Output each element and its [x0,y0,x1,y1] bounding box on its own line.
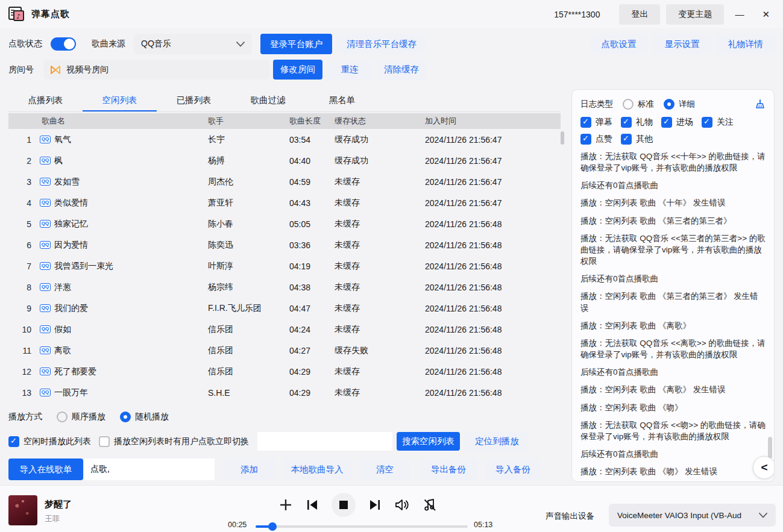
gift-details-button[interactable]: 礼物详情 [716,34,775,54]
idle-play-checkbox[interactable] [8,436,19,447]
table-row[interactable]: 13QQ一眼万年S.H.E04:29未缓存2024/11/26 21:56:48 [8,382,561,403]
row-index: 7 [8,261,33,271]
export-backup-button[interactable]: 导出备份 [419,458,478,480]
table-row[interactable]: 12QQ死了都要爱信乐团04:29未缓存2024/11/26 21:56:48 [8,361,561,382]
song-name-cell: QQ我曾遇到一束光 [33,261,208,272]
song-name-cell: QQ类似爱情 [33,198,208,208]
row-index: 8 [8,283,33,292]
song-settings-button[interactable]: 点歌设置 [590,34,648,54]
log-filter-checkbox[interactable] [621,117,632,128]
search-idle-list-button[interactable]: 搜索空闲列表 [397,432,460,451]
tab-item[interactable]: 已播列表 [157,89,231,111]
reconnect-button[interactable]: 重连 [327,60,372,80]
volume-icon[interactable] [394,498,410,512]
tab-item[interactable]: 点播列表 [8,89,83,111]
table-row[interactable]: 10QQ假如信乐团04:24未缓存2024/11/26 21:56:48 [8,319,561,340]
login-platform-button[interactable]: 登录平台账户 [260,34,332,54]
log-entry: 播放：空闲列表 歌曲 《十年》 发生错误 [580,197,766,208]
log-filter-checkbox[interactable] [661,117,672,128]
clear-list-button[interactable]: 清空 [359,458,410,480]
song-name-cell: QQ离歌 [33,345,208,356]
table-row[interactable]: 1QQ氧气长宇03:54缓存成功2024/11/26 21:56:47 [8,129,561,150]
toolbar-row-1: 点歌状态 歌曲来源 QQ音乐 登录平台账户 清理音乐平台缓存 点歌设置 显示设置… [8,34,775,54]
room-input[interactable]: 视频号房间 [43,60,269,80]
log-entry: 播放：无法获取 QQ音乐 <<吻>> 的歌曲链接，请确保登录了vip账号，并有该… [580,419,766,442]
radio-sequential[interactable] [57,412,68,422]
clear-log-broom-icon[interactable] [755,99,766,110]
clear-cache-button[interactable]: 清除缓存 [377,60,426,80]
output-device-select[interactable]: VoiceMeeter VAIO3 Input (VB-Aud [609,504,776,527]
radio-log-standard[interactable] [623,99,634,110]
table-row[interactable]: 8QQ洋葱杨宗纬04:38未缓存2024/11/26 21:56:48 [8,277,561,298]
artist-cell: 陈小春 [208,219,289,230]
table-row[interactable]: 4QQ类似爱情萧亚轩04:43未缓存2024/11/26 21:56:47 [8,192,561,213]
progress-slider[interactable] [256,525,468,528]
next-track-icon[interactable] [368,498,382,512]
tab-item[interactable]: 黑名单 [305,89,379,111]
idle-search-input[interactable] [257,432,392,451]
song-status-toggle[interactable] [51,37,76,51]
modify-room-button[interactable]: 修改房间 [273,60,322,80]
qq-source-icon: QQ [40,368,51,375]
close-icon[interactable]: ✕ [755,5,777,23]
log-scrollbar[interactable] [768,437,772,458]
chevron-down-icon [236,42,245,47]
artist-cell: F.I.R.飞儿乐团 [208,303,289,314]
log-entry: 播放：空闲列表 歌曲 《第三者的第三者》 [580,215,766,227]
song-name: 发如雪 [54,177,80,187]
add-song-input[interactable] [84,458,215,480]
song-name: 一眼万年 [54,387,88,398]
local-import-button[interactable]: 本地歌曲导入 [283,458,351,480]
tab-item[interactable]: 空闲列表 [83,89,157,111]
table-row[interactable]: 9QQ我们的爱F.I.R.飞儿乐团04:47未缓存2024/11/26 21:5… [8,298,561,319]
length-cell: 04:29 [289,367,335,377]
import-backup-button[interactable]: 导入备份 [486,458,539,480]
qq-source-icon: QQ [40,136,51,143]
logout-button[interactable]: 登出 [619,4,660,25]
table-row[interactable]: 7QQ我曾遇到一束光叶斯淳04:19未缓存2024/11/26 21:56:48 [8,255,561,277]
row-index: 9 [8,304,33,313]
idle-options-row: 空闲时播放此列表 播放空闲列表时有用户点歌立即切换 搜索空闲列表 定位到播放 [8,432,561,451]
locate-playing-button[interactable]: 定位到播放 [465,432,529,451]
table-row[interactable]: 3QQ发如雪周杰伦04:59未缓存2024/11/26 21:56:47 [8,171,561,192]
table-scrollbar[interactable] [561,131,564,145]
switch-on-request-checkbox[interactable] [99,436,110,447]
song-name: 因为爱情 [54,240,88,251]
import-online-playlist-button[interactable]: 导入在线歌单 [8,458,83,480]
log-filter-checkbox[interactable] [580,134,591,145]
song-name: 我曾遇到一束光 [54,261,113,272]
radio-log-detailed[interactable] [664,99,675,110]
length-cell: 05:05 [289,219,335,229]
cache-status-cell: 未缓存 [335,303,425,314]
qq-source-icon: QQ [40,199,51,207]
minimize-icon[interactable]: — [728,5,751,23]
collapse-panel-button[interactable]: < [753,456,775,479]
log-entry: 播放：空闲列表 歌曲 《第三者的第三者》 发生错误 [580,290,766,313]
col-artist: 歌手 [208,116,289,127]
table-row[interactable]: 6QQ因为爱情陈奕迅03:36未缓存2024/11/26 21:56:48 [8,234,561,255]
music-note-off-icon[interactable] [423,498,437,512]
previous-track-icon[interactable] [306,498,319,512]
add-to-queue-icon[interactable] [278,498,293,512]
artist-cell: 信乐团 [208,324,289,335]
source-select[interactable]: QQ音乐 [134,34,252,54]
table-row[interactable]: 11QQ离歌信乐团04:27缓存失败2024/11/26 21:56:48 [8,340,561,361]
tab-item[interactable]: 歌曲过滤 [231,89,305,111]
progress-thumb[interactable] [268,522,277,531]
row-index: 5 [8,219,33,229]
clear-music-cache-button[interactable]: 清理音乐平台缓存 [337,34,426,54]
row-index: 11 [8,346,33,355]
display-settings-button[interactable]: 显示设置 [653,34,711,54]
stop-button[interactable] [332,493,356,517]
artist-cell: 萧亚轩 [208,198,289,208]
table-row[interactable]: 5QQ独家记忆陈小春05:05未缓存2024/11/26 21:56:48 [8,213,561,234]
add-button[interactable]: 添加 [224,458,275,480]
change-theme-button[interactable]: 变更主题 [666,4,724,25]
log-filter-checkbox[interactable] [621,134,632,145]
log-filter-checkbox[interactable] [580,117,591,128]
radio-random[interactable] [120,412,131,422]
log-filter-checkbox[interactable] [702,117,712,128]
table-row[interactable]: 2QQ枫杨搏04:40缓存成功2024/11/26 21:56:47 [8,150,561,171]
log-filter-label: 关注 [717,117,734,128]
row-index: 3 [8,177,33,187]
